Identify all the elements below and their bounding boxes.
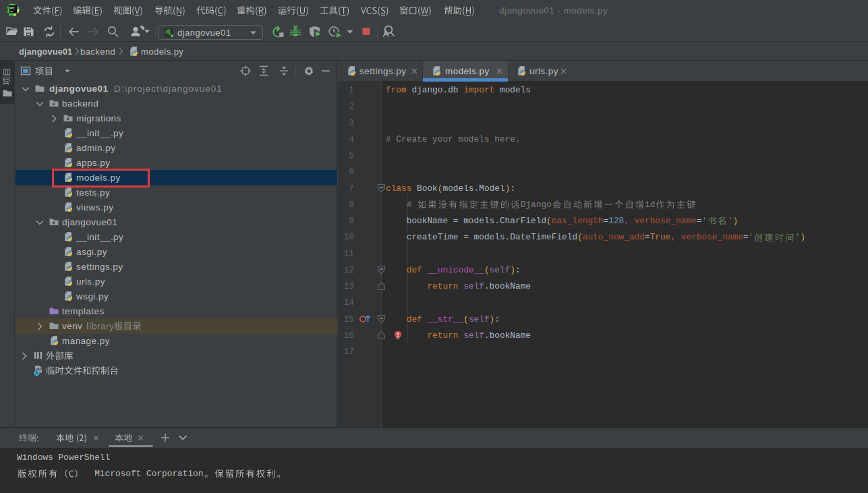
svg-text:PC: PC: [10, 6, 16, 10]
